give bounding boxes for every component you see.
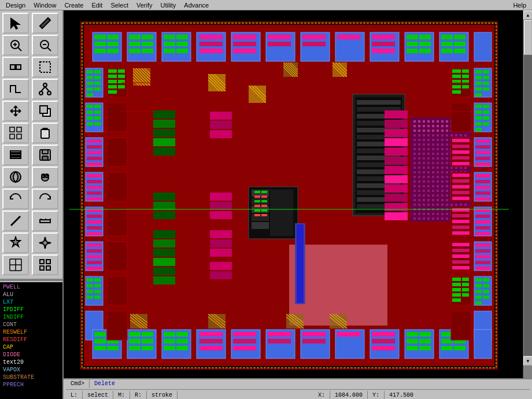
canvas-area[interactable]: ▲ ▼ Cmd> Delete L: select M: R: stroke [64, 10, 532, 399]
svg-rect-53 [40, 266, 44, 270]
svg-rect-620 [270, 190, 293, 236]
svg-rect-462 [413, 167, 416, 169]
svg-rect-284 [107, 207, 127, 236]
svg-rect-292 [108, 80, 117, 83]
layer-vapox[interactable]: VAPOX [1, 366, 61, 374]
layer-lx7[interactable]: LX7 [1, 298, 61, 306]
grid-tool[interactable] [32, 254, 58, 275]
measure-tool[interactable] [32, 210, 58, 231]
svg-rect-606 [385, 147, 408, 156]
delete-label[interactable]: Delete [90, 379, 530, 388]
svg-rect-137 [475, 116, 482, 120]
l-value: select [83, 391, 113, 400]
save-tool[interactable] [32, 145, 58, 165]
layer-reswelf[interactable]: RESWELF [1, 328, 61, 336]
scroll-up-button[interactable]: ▲ [523, 10, 532, 20]
svg-rect-136 [483, 110, 489, 114]
svg-rect-163 [483, 278, 489, 282]
zoom-out-tool[interactable] [32, 35, 58, 56]
svg-rect-697 [452, 69, 461, 73]
svg-rect-316 [210, 202, 232, 210]
redo-tool[interactable] [32, 189, 58, 209]
layer-text20[interactable]: text20 [1, 359, 61, 366]
stretch-tool[interactable] [2, 57, 29, 77]
layer-diode[interactable]: DIODE [1, 351, 61, 359]
svg-rect-367 [418, 130, 420, 132]
scroll-track[interactable] [524, 20, 532, 356]
svg-rect-89 [176, 49, 188, 53]
layer-alu[interactable]: ALU [1, 291, 61, 298]
menu-utility[interactable]: Utility [157, 1, 179, 9]
svg-point-44 [43, 241, 47, 245]
layer-cap[interactable]: CAP [1, 343, 61, 351]
svg-rect-559 [418, 204, 420, 206]
layer-substrate[interactable]: SUBSTRATE [1, 374, 61, 381]
scroll-down-button[interactable]: ▼ [523, 356, 532, 365]
svg-rect-108 [268, 35, 291, 39]
properties-tool[interactable] [32, 232, 58, 253]
edit-pencil-tool[interactable] [32, 13, 58, 34]
svg-rect-432 [441, 153, 444, 155]
wire-tool[interactable] [2, 79, 29, 99]
svg-rect-204 [87, 191, 102, 195]
zoom-in-tool[interactable] [2, 35, 29, 56]
menu-verify[interactable]: Verify [133, 1, 156, 9]
layer-ipdiff[interactable]: IPDIFF [1, 306, 61, 313]
svg-rect-209 [87, 226, 102, 230]
menu-select[interactable]: Select [107, 1, 132, 9]
move-tool[interactable] [2, 101, 29, 121]
svg-rect-191 [94, 110, 101, 114]
drc-tool[interactable] [32, 167, 58, 187]
svg-rect-21 [10, 134, 14, 139]
chip-canvas [69, 16, 509, 375]
svg-point-36 [47, 175, 48, 176]
hierarchy-tool[interactable] [32, 79, 58, 99]
layer-pwell[interactable]: PWELL [1, 283, 61, 291]
svg-rect-564 [441, 204, 444, 206]
paste-tool[interactable] [32, 123, 58, 143]
svg-rect-379 [418, 134, 420, 136]
menu-help[interactable]: Help [509, 1, 530, 9]
copy-tool[interactable] [32, 101, 58, 121]
vertical-scrollbar[interactable]: ▲ ▼ [523, 10, 532, 386]
rect-select-tool[interactable] [32, 57, 58, 77]
layers-tool[interactable] [2, 145, 29, 165]
pen-tool[interactable] [2, 232, 29, 253]
select-arrow-tool[interactable] [2, 13, 29, 34]
layer-pprech[interactable]: PPRECH [1, 381, 61, 389]
svg-rect-725 [452, 266, 470, 269]
menu-design[interactable]: Design [2, 1, 29, 9]
svg-rect-104 [200, 49, 223, 53]
menu-create[interactable]: Create [61, 1, 87, 9]
svg-rect-403 [418, 143, 420, 146]
layer-resdiff[interactable]: RESDIFF [1, 336, 61, 343]
menu-window[interactable]: Window [30, 1, 60, 9]
svg-rect-714 [452, 191, 470, 194]
svg-rect-583 [418, 213, 420, 215]
layer-indiff[interactable]: INDIFF [1, 313, 61, 321]
svg-rect-52 [46, 260, 50, 264]
array-copy-tool[interactable] [2, 123, 29, 143]
svg-rect-281 [107, 103, 127, 132]
fill-tool[interactable] [2, 167, 29, 187]
svg-rect-359 [437, 125, 439, 127]
svg-rect-275 [302, 339, 326, 343]
menu-advance[interactable]: Advance [180, 1, 212, 9]
svg-rect-258 [419, 339, 431, 343]
svg-rect-99 [454, 35, 466, 39]
svg-rect-602 [385, 110, 408, 119]
svg-line-6 [47, 47, 51, 51]
menu-edit[interactable]: Edit [88, 1, 106, 9]
svg-rect-493 [446, 176, 448, 178]
scroll-thumb[interactable] [524, 20, 532, 55]
layer-cont[interactable]: CONT [1, 321, 61, 328]
svg-rect-501 [427, 180, 430, 183]
line-tool[interactable] [2, 210, 29, 231]
svg-rect-726 [452, 278, 461, 281]
svg-rect-512 [423, 185, 425, 187]
undo-tool[interactable] [2, 189, 29, 209]
svg-rect-208 [87, 220, 102, 224]
svg-rect-455 [437, 162, 439, 164]
svg-rect-569 [464, 204, 467, 206]
snap-tool[interactable] [2, 254, 29, 275]
